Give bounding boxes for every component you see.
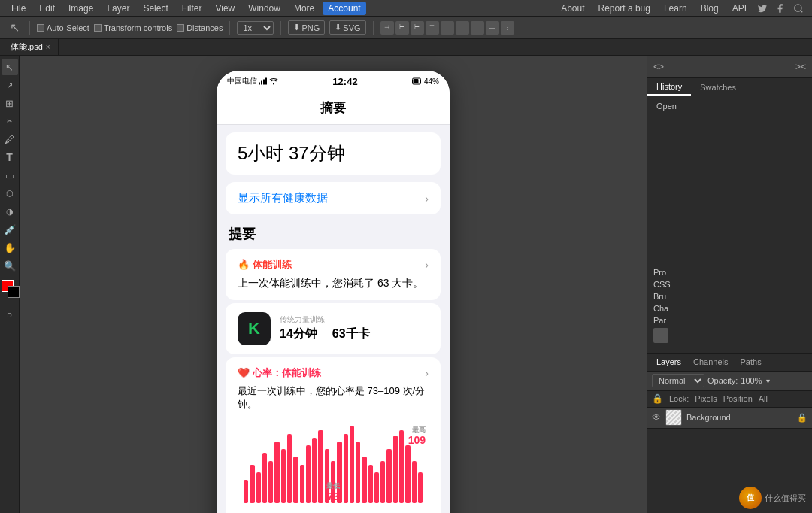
canvas-area: 中国电信 12:42 44% 摘要 5小时 37分钟 显示所有健康数据 <box>20 56 647 513</box>
chart-bar <box>412 461 417 503</box>
history-tab[interactable]: History <box>647 79 691 96</box>
lock-position[interactable]: Position <box>723 394 753 403</box>
menu-view[interactable]: View <box>210 2 240 15</box>
show-all-label: 显示所有健康数据 <box>238 191 328 205</box>
show-all-button[interactable]: 显示所有健康数据 › <box>226 182 441 214</box>
opacity-value: 100% <box>741 376 763 385</box>
history-swatches-tabs: History Swatches <box>647 78 812 96</box>
search-button[interactable] <box>791 1 806 16</box>
tab-psd[interactable]: 体能.psd × <box>3 39 59 55</box>
tab-close-button[interactable]: × <box>46 43 50 51</box>
color-swatch[interactable] <box>2 280 18 304</box>
chart-bar <box>350 426 354 503</box>
zoom-select[interactable]: 1x2x0.5x <box>237 21 274 35</box>
d-reset-icon[interactable]: D <box>2 307 18 323</box>
export-png-button[interactable]: ⬇ PNG <box>288 20 325 35</box>
menu-account[interactable]: Account <box>323 2 365 15</box>
summary-card: 5小时 37分钟 <box>226 132 441 175</box>
distances-checkbox[interactable]: Distances <box>177 23 223 32</box>
workout-detail: 传统力量训练 14分钟 63千卡 <box>280 314 429 342</box>
gradient-tool[interactable]: ◑ <box>2 203 18 220</box>
swatches-tab[interactable]: Swatches <box>691 80 745 95</box>
svg-rect-2 <box>261 81 262 85</box>
channels-tab[interactable]: Channels <box>690 356 731 368</box>
heart-chart: 最高 109 最低 73 <box>238 417 429 513</box>
menu-image[interactable]: Image <box>63 2 98 15</box>
chart-bar <box>293 457 298 503</box>
distribute-v[interactable]: — <box>486 21 499 35</box>
carrier-text: 中国电信 <box>227 76 257 87</box>
fill-dropdown-icon[interactable]: ▾ <box>766 377 770 385</box>
chart-bar <box>312 438 317 503</box>
menu-report-bug[interactable]: Report a bug <box>593 2 656 15</box>
menu-filter[interactable]: Filter <box>177 2 208 15</box>
chart-bar <box>318 430 323 503</box>
align-right[interactable]: ⊢ <box>411 21 424 35</box>
hand-tool[interactable]: ✋ <box>2 239 18 256</box>
align-center-h[interactable]: ⊢ <box>395 21 409 35</box>
crop-tool[interactable]: ⊞ <box>2 95 18 111</box>
selection-tool[interactable]: ↖ <box>2 59 18 75</box>
chart-bar <box>250 465 254 503</box>
chart-bar <box>380 461 385 503</box>
auto-select-checkbox[interactable]: Auto-Select <box>37 23 89 32</box>
direct-select-tool[interactable]: ↗ <box>2 77 18 93</box>
align-bottom[interactable]: ⊥ <box>456 21 469 35</box>
panel-bru[interactable]: Bru <box>650 290 809 302</box>
panel-image-row[interactable] <box>650 326 809 345</box>
layers-tab[interactable]: Layers <box>653 356 684 368</box>
panel-par[interactable]: Par <box>650 314 809 326</box>
svg-rect-3 <box>263 80 265 85</box>
fitness-desc: 上一次体能训练中，您消耗了 63 大卡。 <box>238 276 429 291</box>
menu-layer[interactable]: Layer <box>102 2 135 15</box>
eyedropper-tool[interactable]: 💉 <box>2 221 18 238</box>
distribute-extra[interactable]: ⋮ <box>501 21 514 35</box>
phone-content: 摘要 5小时 37分钟 显示所有健康数据 › 提要 🔥 体能训练 <box>217 92 450 513</box>
blend-mode-select[interactable]: Normal <box>652 374 704 387</box>
move-tool[interactable]: ↖ <box>6 20 23 36</box>
menu-about[interactable]: About <box>556 2 589 15</box>
transform-controls-checkbox[interactable]: Transform controls <box>94 23 172 32</box>
distribute-h[interactable]: | <box>471 21 484 35</box>
chart-high-label: 最高 109 <box>408 425 426 445</box>
pen-tool[interactable]: 🖊 <box>2 131 18 147</box>
svg-rect-1 <box>259 83 260 85</box>
bucket-tool[interactable]: ⬡ <box>2 185 18 202</box>
menu-window[interactable]: Window <box>243 2 286 15</box>
menu-blog[interactable]: Blog <box>695 2 724 15</box>
left-toolbar: ↖ ↗ ⊞ ✂ 🖊 T ▭ ⬡ ◑ 💉 ✋ 🔍 D <box>0 56 20 513</box>
panel-cha[interactable]: Cha <box>650 302 809 314</box>
text-tool[interactable]: T <box>2 149 18 165</box>
menu-learn[interactable]: Learn <box>659 2 692 15</box>
align-top[interactable]: ⊤ <box>426 21 439 35</box>
fitness-chevron: › <box>425 259 429 271</box>
layer-visibility-icon[interactable]: 👁 <box>652 412 661 423</box>
lock-all[interactable]: All <box>759 394 768 403</box>
panel-css[interactable]: CSS <box>650 278 809 290</box>
twitter-icon[interactable] <box>755 1 770 16</box>
menu-api[interactable]: API <box>727 2 752 15</box>
lock-pixels[interactable]: Pixels <box>695 394 717 403</box>
menu-edit[interactable]: Edit <box>34 2 60 15</box>
align-center-v[interactable]: ⊥ <box>441 21 454 35</box>
section-title: 提要 <box>217 219 450 246</box>
menu-file[interactable]: File <box>6 2 31 15</box>
lock-icon: 🔒 <box>652 393 663 404</box>
panel-list: Pro CSS Bru Cha Par <box>647 263 812 353</box>
panel-left-arrow[interactable]: <> <box>653 62 664 72</box>
history-open[interactable]: Open <box>653 99 806 113</box>
slice-tool[interactable]: ✂ <box>2 113 18 129</box>
zoom-tool[interactable]: 🔍 <box>2 257 18 274</box>
layer-background-row[interactable]: 👁 Background 🔒 <box>647 408 812 429</box>
panel-right-arrow[interactable]: >< <box>795 62 806 72</box>
panel-pro[interactable]: Pro <box>650 266 809 278</box>
export-svg-button[interactable]: ⬇ SVG <box>329 20 365 35</box>
svg-rect-4 <box>265 78 267 85</box>
align-left[interactable]: ⊣ <box>380 21 394 35</box>
facebook-icon[interactable] <box>773 1 788 16</box>
menu-more[interactable]: More <box>289 2 320 15</box>
paths-tab[interactable]: Paths <box>738 356 765 368</box>
shape-tool[interactable]: ▭ <box>2 167 18 184</box>
menu-select[interactable]: Select <box>138 2 173 15</box>
panel-image-icon <box>653 328 668 343</box>
